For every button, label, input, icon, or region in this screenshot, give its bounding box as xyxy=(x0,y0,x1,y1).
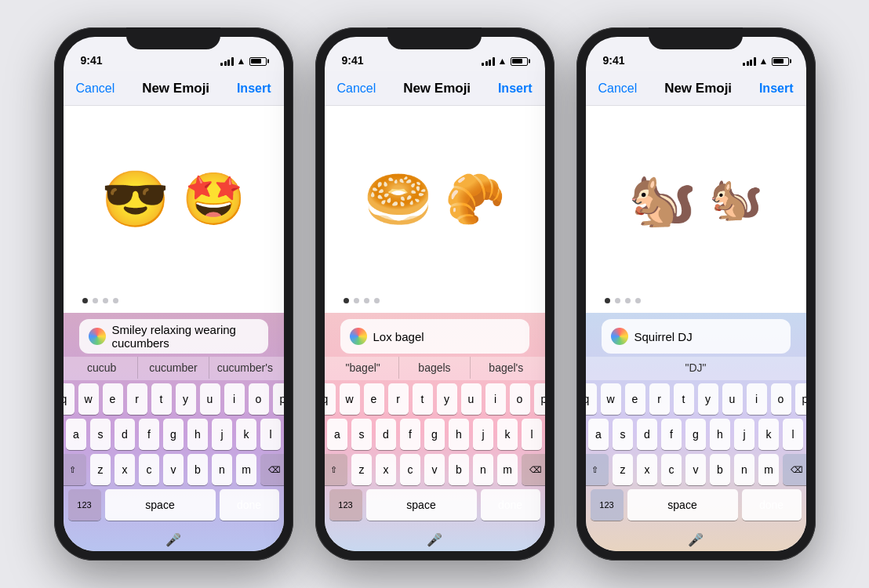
key-l-3[interactable]: l xyxy=(783,419,803,450)
key-h-3[interactable]: h xyxy=(710,419,730,450)
key-space-3[interactable]: space xyxy=(627,489,738,521)
key-done-1[interactable]: done xyxy=(220,489,279,521)
key-r-1[interactable]: r xyxy=(127,383,147,415)
key-u-2[interactable]: u xyxy=(461,383,482,415)
mic-icon-1[interactable]: 🎤 xyxy=(165,532,181,547)
key-v-3[interactable]: v xyxy=(685,454,706,485)
key-num-1[interactable]: 123 xyxy=(68,489,101,521)
autocomplete-2-3[interactable]: bagel's xyxy=(471,357,541,379)
cancel-button-2[interactable]: Cancel xyxy=(337,82,376,96)
key-b-1[interactable]: b xyxy=(187,454,208,485)
key-s-2[interactable]: s xyxy=(351,419,372,450)
autocomplete-2-2[interactable]: bagels xyxy=(399,357,471,379)
autocomplete-1-1[interactable]: cucub xyxy=(67,357,138,379)
key-n-1[interactable]: n xyxy=(212,454,232,485)
emoji-1b[interactable]: 🤩 xyxy=(182,173,245,224)
cancel-button-3[interactable]: Cancel xyxy=(598,82,638,96)
key-done-3[interactable]: done xyxy=(742,489,802,521)
key-n-2[interactable]: n xyxy=(473,454,493,485)
key-num-2[interactable]: 123 xyxy=(329,489,362,521)
key-u-1[interactable]: u xyxy=(200,383,220,415)
key-delete-3[interactable]: ⌫ xyxy=(783,454,806,485)
insert-button-2[interactable]: Insert xyxy=(498,82,533,96)
key-z-3[interactable]: z xyxy=(613,454,633,485)
key-l-1[interactable]: l xyxy=(260,419,281,450)
key-y-2[interactable]: y xyxy=(437,383,457,415)
key-t-3[interactable]: t xyxy=(674,383,694,415)
key-j-1[interactable]: j xyxy=(212,419,232,450)
autocomplete-1-3[interactable]: cucumber's xyxy=(209,357,280,379)
insert-button-1[interactable]: Insert xyxy=(237,82,271,96)
key-c-2[interactable]: c xyxy=(400,454,420,485)
key-a-3[interactable]: a xyxy=(588,419,609,450)
autocomplete-1-2[interactable]: cucumber xyxy=(138,357,209,379)
key-c-1[interactable]: c xyxy=(139,454,159,485)
mic-icon-3[interactable]: 🎤 xyxy=(688,532,704,547)
key-v-1[interactable]: v xyxy=(163,454,184,485)
key-i-2[interactable]: i xyxy=(485,383,506,415)
key-d-2[interactable]: d xyxy=(376,419,396,450)
key-g-3[interactable]: g xyxy=(685,419,706,450)
key-f-3[interactable]: f xyxy=(661,419,682,450)
key-s-1[interactable]: s xyxy=(90,419,111,450)
prompt-text-3[interactable]: Squirrel DJ xyxy=(634,330,781,343)
key-b-2[interactable]: b xyxy=(449,454,469,485)
key-p-3[interactable]: p xyxy=(795,383,806,415)
key-w-3[interactable]: w xyxy=(601,383,621,415)
key-o-1[interactable]: o xyxy=(249,383,269,415)
key-f-2[interactable]: f xyxy=(400,419,420,450)
key-j-2[interactable]: j xyxy=(473,419,493,450)
key-y-1[interactable]: y xyxy=(176,383,196,415)
key-j-3[interactable]: j xyxy=(734,419,754,450)
key-g-2[interactable]: g xyxy=(424,419,445,450)
key-h-1[interactable]: h xyxy=(187,419,208,450)
prompt-text-2[interactable]: Lox bagel xyxy=(373,330,520,343)
key-r-3[interactable]: r xyxy=(649,383,670,415)
key-e-1[interactable]: e xyxy=(103,383,123,415)
key-g-1[interactable]: g xyxy=(163,419,184,450)
key-d-3[interactable]: d xyxy=(637,419,657,450)
key-e-2[interactable]: e xyxy=(364,383,384,415)
key-l-2[interactable]: l xyxy=(522,419,542,450)
key-b-3[interactable]: b xyxy=(710,454,730,485)
key-m-3[interactable]: m xyxy=(758,454,779,485)
key-e-3[interactable]: e xyxy=(625,383,645,415)
key-w-2[interactable]: w xyxy=(340,383,360,415)
key-y-3[interactable]: y xyxy=(698,383,718,415)
key-x-2[interactable]: x xyxy=(376,454,396,485)
mic-icon-2[interactable]: 🎤 xyxy=(427,532,442,547)
autocomplete-3-1[interactable]: "DJ" xyxy=(589,357,803,379)
key-p-1[interactable]: p xyxy=(273,383,284,415)
key-s-3[interactable]: s xyxy=(613,419,633,450)
key-a-1[interactable]: a xyxy=(66,419,86,450)
key-w-1[interactable]: w xyxy=(78,383,99,415)
key-num-3[interactable]: 123 xyxy=(591,489,624,521)
key-k-2[interactable]: k xyxy=(497,419,518,450)
key-n-3[interactable]: n xyxy=(734,454,754,485)
key-m-1[interactable]: m xyxy=(236,454,256,485)
prompt-text-1[interactable]: Smiley relaxing wearing cucumbers xyxy=(112,323,259,350)
key-q-2[interactable]: q xyxy=(325,383,336,415)
key-i-3[interactable]: i xyxy=(747,383,767,415)
emoji-3b[interactable]: 🐿️ xyxy=(709,177,763,220)
key-space-1[interactable]: space xyxy=(105,489,216,521)
key-delete-1[interactable]: ⌫ xyxy=(260,454,284,485)
key-z-1[interactable]: z xyxy=(90,454,111,485)
key-m-2[interactable]: m xyxy=(497,454,518,485)
key-p-2[interactable]: p xyxy=(534,383,545,415)
emoji-2b[interactable]: 🥐 xyxy=(445,175,505,223)
key-t-1[interactable]: t xyxy=(151,383,172,415)
emoji-3a[interactable]: 🐿️ xyxy=(628,172,696,227)
key-v-2[interactable]: v xyxy=(424,454,445,485)
key-f-1[interactable]: f xyxy=(139,419,159,450)
key-d-1[interactable]: d xyxy=(115,419,135,450)
key-space-2[interactable]: space xyxy=(366,489,477,521)
key-o-2[interactable]: o xyxy=(510,383,530,415)
key-k-1[interactable]: k xyxy=(236,419,256,450)
key-done-2[interactable]: done xyxy=(481,489,540,521)
key-shift-2[interactable]: ⇧ xyxy=(325,454,348,485)
key-k-3[interactable]: k xyxy=(758,419,779,450)
key-r-2[interactable]: r xyxy=(388,383,409,415)
emoji-2a[interactable]: 🥯 xyxy=(364,172,432,227)
key-c-3[interactable]: c xyxy=(661,454,682,485)
